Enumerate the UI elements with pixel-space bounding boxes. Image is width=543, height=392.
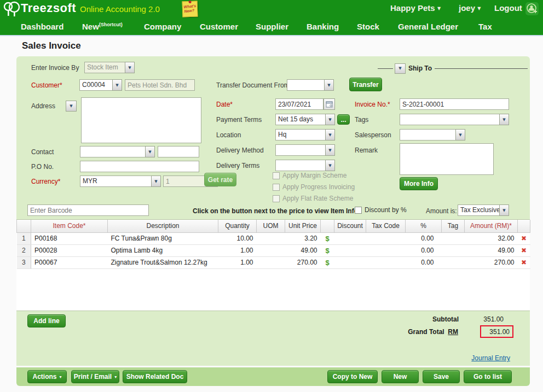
col-quantity: Quantity — [218, 220, 257, 232]
transfer-document-from-select[interactable]: ▼ — [287, 79, 334, 91]
logout-button[interactable]: Logout — [494, 3, 522, 13]
tags-select[interactable]: ▼ — [400, 114, 509, 125]
grand-total-currency[interactable]: RM — [448, 328, 458, 336]
cell-percent[interactable]: 0.00 — [406, 244, 442, 256]
date-field[interactable] — [275, 98, 324, 110]
contact-extra-field[interactable] — [158, 146, 199, 157]
apply-margin-scheme-checkbox[interactable] — [273, 172, 280, 179]
company-menu[interactable]: Happy Pets ▼ — [390, 3, 441, 13]
get-rate-button[interactable]: Get rate — [204, 173, 236, 186]
cell-amount[interactable]: 32.00 — [465, 232, 518, 244]
cell-percent[interactable]: 0.00 — [406, 256, 442, 268]
currency-select[interactable]: MYR▼ — [80, 175, 161, 187]
delete-row-icon[interactable]: ✖ — [521, 259, 527, 266]
cell-discount[interactable] — [334, 232, 366, 244]
customer-code-select[interactable]: C00004▼ — [79, 79, 122, 91]
go-to-list-button[interactable]: Go to list — [464, 370, 512, 383]
cell-uom[interactable] — [257, 256, 285, 268]
nav-dashboard[interactable]: Dashboard — [21, 22, 63, 31]
journal-entry-link[interactable]: Journal Entry — [454, 354, 510, 362]
table-row[interactable]: 3 P00067 Zignature Trout&Salmon 12.27kg … — [17, 256, 530, 268]
nav-new[interactable]: New(Shortcut) — [82, 22, 123, 31]
price-info-icon[interactable]: $ — [325, 247, 329, 255]
invoice-no-field[interactable] — [400, 98, 509, 110]
cell-amount[interactable]: 49.00 — [465, 244, 518, 256]
cell-quantity[interactable]: 10.00 — [218, 232, 257, 244]
cell-tag[interactable] — [442, 256, 465, 268]
cell-tag[interactable] — [442, 232, 465, 244]
cell-tax-code[interactable] — [366, 232, 406, 244]
delete-row-icon[interactable]: ✖ — [521, 235, 527, 242]
cell-item-code[interactable]: P00028 — [31, 244, 108, 256]
brand-name: Treezsoft — [21, 1, 76, 15]
delete-row-icon[interactable]: ✖ — [521, 247, 527, 254]
whats-new-note[interactable]: What's New? — [182, 1, 198, 17]
nav-customer[interactable]: Customer — [200, 22, 238, 31]
price-info-icon[interactable]: $ — [325, 235, 329, 243]
nav-stock[interactable]: Stock — [357, 22, 379, 31]
salesperson-select[interactable]: ▼ — [400, 129, 465, 141]
delivery-terms-select[interactable]: ▼ — [275, 160, 335, 171]
show-related-doc-button[interactable]: Show Related Doc — [123, 370, 187, 383]
add-user-icon[interactable] — [525, 2, 539, 17]
cell-unit-price[interactable]: 49.00 — [285, 244, 321, 256]
cell-uom[interactable] — [257, 232, 285, 244]
po-no-field[interactable] — [80, 161, 199, 172]
cell-description[interactable]: FC Tuna&Prawn 80g — [108, 232, 218, 244]
contact-select[interactable]: ▼ — [80, 146, 155, 157]
actions-button[interactable]: Actions▾ — [27, 370, 67, 383]
more-info-button[interactable]: More Info — [400, 177, 438, 190]
remark-textarea[interactable] — [400, 143, 494, 175]
save-button[interactable]: Save — [423, 370, 460, 383]
user-menu[interactable]: joey ▼ — [459, 3, 481, 13]
copy-to-new-button[interactable]: Copy to New — [327, 370, 378, 383]
chevron-down-icon: ▼ — [324, 79, 334, 91]
apply-progress-invoicing-checkbox[interactable] — [273, 184, 280, 191]
ship-to-toggle[interactable]: ▼ — [395, 63, 406, 74]
new-button[interactable]: New — [382, 370, 419, 383]
cell-tag[interactable] — [442, 244, 465, 256]
cell-description[interactable]: Optima Lamb 4kg — [108, 244, 218, 256]
cell-description[interactable]: Zignature Trout&Salmon 12.27kg — [108, 256, 218, 268]
cell-unit-price[interactable]: 3.20 — [285, 232, 321, 244]
add-line-button[interactable]: Add line — [27, 314, 66, 327]
cell-unit-price[interactable]: 270.00 — [285, 256, 321, 268]
payment-terms-select[interactable]: Net 15 days▼ — [275, 114, 335, 125]
cell-uom[interactable] — [257, 244, 285, 256]
nav-company[interactable]: Company — [144, 22, 181, 31]
calendar-icon[interactable] — [324, 98, 335, 110]
apply-flat-rate-label: Apply Flat Rate Scheme — [282, 195, 353, 202]
cell-amount[interactable]: 270.00 — [465, 256, 518, 268]
salesperson-label: Salesperson — [355, 131, 391, 139]
cell-quantity[interactable]: 1.00 — [218, 244, 257, 256]
cell-item-code[interactable]: P00067 — [31, 256, 108, 268]
customer-name-field[interactable] — [125, 79, 195, 91]
enter-invoice-by-select[interactable]: Stock Item▼ — [84, 62, 135, 73]
nav-general-ledger[interactable]: General Ledger — [398, 22, 458, 31]
location-select[interactable]: Hq▼ — [275, 129, 335, 141]
nav-supplier[interactable]: Supplier — [256, 22, 288, 31]
delivery-method-select[interactable]: ▼ — [275, 144, 335, 156]
cell-percent[interactable]: 0.00 — [406, 232, 442, 244]
print-email-button[interactable]: Print / Email▾ — [71, 370, 119, 383]
price-info-icon[interactable]: $ — [325, 259, 329, 267]
barcode-input[interactable] — [27, 204, 149, 216]
table-row[interactable]: 2 P00028 Optima Lamb 4kg 1.00 49.00 $ 0.… — [17, 244, 530, 256]
nav-banking[interactable]: Banking — [307, 22, 339, 31]
address-textarea[interactable] — [81, 97, 201, 143]
discount-by-percent-checkbox[interactable] — [355, 207, 362, 214]
table-row[interactable]: 1 P00168 FC Tuna&Prawn 80g 10.00 3.20 $ … — [17, 232, 530, 244]
nav-tax[interactable]: Tax — [478, 22, 492, 31]
cell-tax-code[interactable] — [366, 244, 406, 256]
cell-discount[interactable] — [334, 244, 366, 256]
amount-is-select[interactable]: Tax Exclusive▼ — [458, 204, 509, 216]
transfer-button[interactable]: Transfer — [349, 78, 382, 91]
payment-terms-more-button[interactable]: ... — [337, 114, 350, 125]
grand-total-value: 351.00 — [489, 328, 510, 336]
cell-tax-code[interactable] — [366, 256, 406, 268]
cell-quantity[interactable]: 1.00 — [218, 256, 257, 268]
cell-discount[interactable] — [334, 256, 366, 268]
apply-flat-rate-checkbox[interactable] — [273, 195, 280, 202]
cell-item-code[interactable]: P00168 — [31, 232, 108, 244]
address-select-button[interactable]: ▼ — [66, 101, 77, 112]
